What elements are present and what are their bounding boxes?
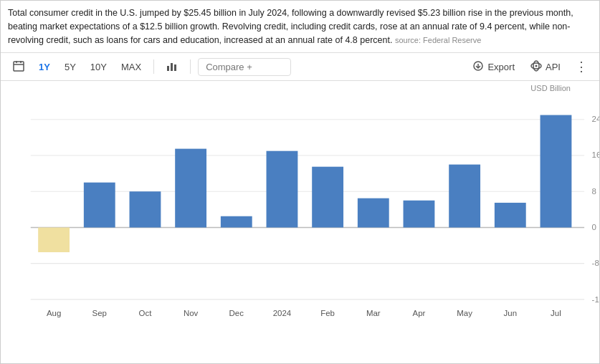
svg-text:May: May — [457, 309, 472, 317]
unit-label: USD Billion — [1, 81, 599, 94]
svg-point-11 — [535, 64, 538, 67]
svg-rect-5 — [171, 63, 173, 71]
bar-may — [449, 165, 480, 228]
bar-jul — [541, 115, 572, 228]
svg-text:Sep: Sep — [92, 309, 107, 317]
svg-text:Feb: Feb — [320, 309, 335, 317]
svg-text:0: 0 — [592, 223, 596, 231]
export-icon — [472, 60, 484, 74]
svg-text:Jul: Jul — [551, 309, 561, 317]
more-button[interactable]: ⋮ — [571, 57, 592, 76]
calendar-icon — [13, 63, 24, 74]
chart-svg: 24 16 8 0 -8 -16 Aug Sep Oct — [1, 94, 599, 337]
export-button[interactable]: Export — [467, 58, 520, 76]
toolbar: 1Y 5Y 10Y MAX Export — [1, 53, 599, 81]
svg-text:Nov: Nov — [184, 309, 199, 317]
api-icon — [530, 60, 542, 74]
svg-text:16: 16 — [592, 150, 599, 159]
svg-text:2024: 2024 — [273, 309, 292, 317]
svg-text:Jun: Jun — [504, 309, 518, 317]
bar-dec — [221, 216, 252, 228]
period-1y[interactable]: 1Y — [34, 59, 55, 75]
description-box: Total consumer credit in the U.S. jumped… — [1, 1, 599, 53]
export-label: Export — [487, 62, 515, 72]
bar-sep — [84, 183, 115, 228]
svg-text:Apr: Apr — [413, 309, 426, 317]
bar-2024 — [267, 151, 298, 228]
bar-aug — [38, 228, 70, 253]
svg-text:Aug: Aug — [47, 309, 61, 317]
period-max[interactable]: MAX — [116, 59, 146, 75]
svg-text:-16: -16 — [592, 295, 599, 304]
svg-text:-8: -8 — [592, 259, 599, 267]
compare-input[interactable] — [198, 58, 291, 76]
chart-container: 24 16 8 0 -8 -16 Aug Sep Oct — [1, 94, 599, 337]
description-text: Total consumer credit in the U.S. jumped… — [8, 8, 573, 45]
chart-area: USD Billion 24 16 8 0 — [1, 81, 599, 359]
svg-text:24: 24 — [592, 115, 599, 123]
bar-jun — [495, 203, 526, 228]
svg-text:Mar: Mar — [366, 309, 381, 317]
bar-apr — [404, 201, 435, 228]
svg-text:Dec: Dec — [229, 309, 244, 317]
svg-rect-6 — [174, 64, 176, 71]
svg-text:8: 8 — [592, 187, 596, 196]
period-5y[interactable]: 5Y — [59, 59, 81, 75]
chart-type-button[interactable] — [161, 58, 183, 76]
api-label: API — [546, 62, 561, 72]
bar-oct — [130, 191, 161, 227]
bar-nov — [175, 149, 206, 228]
api-button[interactable]: API — [525, 58, 566, 76]
source-label: source: Federal Reserve — [395, 36, 481, 44]
separator-2 — [190, 59, 191, 74]
bar-feb — [312, 167, 343, 228]
svg-text:Oct: Oct — [139, 309, 153, 317]
svg-rect-4 — [167, 66, 169, 71]
bar-chart-icon — [166, 63, 178, 74]
bar-mar — [358, 198, 389, 228]
separator-1 — [153, 59, 154, 74]
svg-rect-0 — [14, 62, 24, 71]
calendar-button[interactable] — [8, 58, 29, 76]
period-10y[interactable]: 10Y — [85, 59, 112, 75]
